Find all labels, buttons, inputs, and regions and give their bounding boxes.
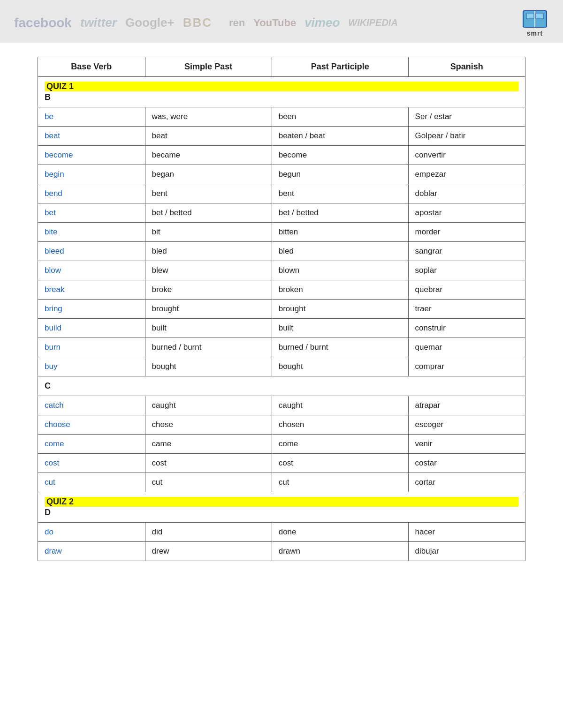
header-past-participle: Past Participle [272,57,408,77]
cell-simple-past: chose [145,415,272,435]
quiz-label: QUIZ 2 [45,497,518,507]
cell-base-verb[interactable]: be [38,107,145,127]
cell-base-verb[interactable]: draw [38,542,145,561]
cell-spanish: Golpear / batir [408,127,525,146]
verb-link[interactable]: bend [45,189,62,198]
header-spanish: Spanish [408,57,525,77]
cell-past-participle: cut [272,473,408,492]
cell-simple-past: drew [145,542,272,561]
verb-link[interactable]: come [45,439,64,448]
cell-base-verb[interactable]: break [38,280,145,300]
cell-past-participle: become [272,146,408,165]
cell-spanish: comprar [408,357,525,376]
cell-base-verb[interactable]: burn [38,338,145,357]
cell-simple-past: caught [145,396,272,415]
cell-simple-past: cost [145,454,272,473]
cell-past-participle: built [272,319,408,338]
verb-link[interactable]: become [45,150,73,159]
cell-base-verb[interactable]: cost [38,454,145,473]
main-content: Base Verb Simple Past Past Participle Sp… [0,43,563,575]
cell-past-participle: bet / betted [272,203,408,223]
cell-base-verb[interactable]: catch [38,396,145,415]
verb-link[interactable]: draw [45,547,62,555]
book-icon [521,8,549,30]
vimeo-logo: vimeo [304,15,340,30]
verb-link[interactable]: burn [45,343,61,352]
cell-base-verb[interactable]: come [38,435,145,454]
cell-spanish: construir [408,319,525,338]
cell-spanish: morder [408,223,525,242]
cell-simple-past: became [145,146,272,165]
cell-base-verb[interactable]: choose [38,415,145,435]
cell-past-participle: been [272,107,408,127]
cell-past-participle: chosen [272,415,408,435]
cell-simple-past: did [145,523,272,542]
cell-base-verb[interactable]: bend [38,184,145,203]
cell-base-verb[interactable]: begin [38,165,145,184]
cell-base-verb[interactable]: build [38,319,145,338]
page-header: facebook twitter Google+ BBC ren YouTube… [0,0,563,43]
cell-past-participle: bought [272,357,408,376]
cell-spanish: doblar [408,184,525,203]
facebook-logo: facebook [14,15,72,30]
verb-link[interactable]: cost [45,458,59,467]
verb-link[interactable]: bite [45,227,57,236]
cell-base-verb[interactable]: bite [38,223,145,242]
cell-spanish: Ser / estar [408,107,525,127]
cell-base-verb[interactable]: become [38,146,145,165]
cell-base-verb[interactable]: buy [38,357,145,376]
cell-simple-past: brought [145,300,272,319]
cell-past-participle: drawn [272,542,408,561]
verb-link[interactable]: begin [45,170,64,179]
section-cell: QUIZ 1B [38,77,525,107]
cell-simple-past: bet / betted [145,203,272,223]
cell-spanish: traer [408,300,525,319]
cell-base-verb[interactable]: bet [38,203,145,223]
verb-link[interactable]: choose [45,420,70,429]
table-row: bewas, werebeenSer / estar [38,107,525,127]
cell-spanish: apostar [408,203,525,223]
cell-spanish: sangrar [408,242,525,261]
cell-past-participle: bent [272,184,408,203]
verb-link[interactable]: do [45,527,53,536]
verb-link[interactable]: catch [45,401,64,410]
cell-base-verb[interactable]: beat [38,127,145,146]
table-row: comecamecomevenir [38,435,525,454]
cell-simple-past: bit [145,223,272,242]
cell-spanish: quebrar [408,280,525,300]
table-row: costcostcostcostar [38,454,525,473]
cell-simple-past: was, were [145,107,272,127]
cell-base-verb[interactable]: blow [38,261,145,280]
verb-link[interactable]: be [45,112,53,121]
table-row: blowblewblownsoplar [38,261,525,280]
verb-link[interactable]: cut [45,478,55,487]
section-letter: C [45,381,518,391]
cell-simple-past: built [145,319,272,338]
section-letter: B [45,92,518,102]
cell-base-verb[interactable]: cut [38,473,145,492]
cell-past-participle: beaten / beat [272,127,408,146]
cell-past-participle: brought [272,300,408,319]
cell-base-verb[interactable]: do [38,523,145,542]
svg-rect-4 [536,13,543,19]
verb-link[interactable]: build [45,323,61,332]
bbc-logo: BBC [183,15,212,30]
table-row: beginbeganbegunempezar [38,165,525,184]
cell-spanish: cortar [408,473,525,492]
cell-base-verb[interactable]: bring [38,300,145,319]
header-base-verb: Base Verb [38,57,145,77]
verb-link[interactable]: bet [45,208,56,217]
google-logo: Google+ [125,15,175,30]
verb-link[interactable]: buy [45,362,57,371]
table-row: buyboughtboughtcomprar [38,357,525,376]
verb-link[interactable]: break [45,285,65,294]
table-row: dodiddonehacer [38,523,525,542]
verb-link[interactable]: bleed [45,247,64,255]
cell-simple-past: began [145,165,272,184]
cell-base-verb[interactable]: bleed [38,242,145,261]
verb-link[interactable]: blow [45,266,61,275]
header-simple-past: Simple Past [145,57,272,77]
verb-link[interactable]: beat [45,131,60,140]
cell-past-participle: done [272,523,408,542]
verb-link[interactable]: bring [45,304,62,313]
